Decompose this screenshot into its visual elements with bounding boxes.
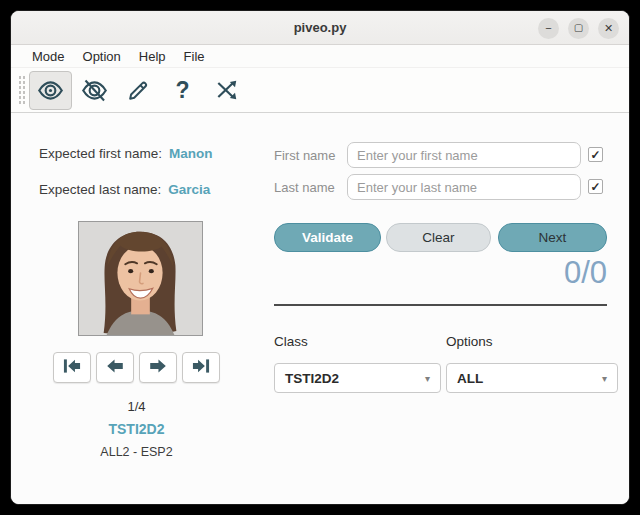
main-content: Expected first name:Manon Expected last … [11,113,629,505]
hide-mode-button[interactable] [73,71,116,110]
menu-help[interactable]: Help [130,49,175,64]
skip-first-icon [61,355,83,381]
next-button[interactable]: Next [498,223,607,252]
eye-off-icon [81,77,108,104]
section-divider [274,304,607,306]
last-photo-button[interactable] [182,352,220,383]
titlebar[interactable]: piveo.py − ▢ ✕ [11,11,629,45]
first-name-checkbox[interactable]: ✓ [588,147,603,162]
next-button-label: Next [539,230,567,245]
first-photo-button[interactable] [53,352,91,383]
last-name-input[interactable] [347,174,581,200]
expected-last-name-label: Expected last name: [39,182,161,197]
score-counter: 0/0 [411,255,607,291]
menu-file[interactable]: File [175,49,214,64]
window-title: piveo.py [294,20,347,35]
portrait-illustration [79,222,202,335]
menu-option[interactable]: Option [74,49,130,64]
shuffle-icon [214,77,240,103]
skip-last-icon [190,355,212,381]
current-group-name: ALL2 - ESP2 [53,445,220,459]
arrow-left-icon [104,355,126,381]
menubar: Mode Option Help File [11,45,629,68]
clear-button[interactable]: Clear [386,223,491,252]
arrow-right-icon [147,355,169,381]
expected-last-name-row: Expected last name:Garcia [39,182,210,197]
maximize-icon: ▢ [574,23,583,33]
photo-counter: 1/4 [53,399,220,414]
minimize-button[interactable]: − [538,18,559,39]
close-icon: ✕ [604,23,613,34]
last-name-label: Last name [274,180,335,195]
class-select-label: Class [274,334,308,349]
close-button[interactable]: ✕ [598,18,619,39]
chevron-down-icon: ▾ [425,373,430,384]
toolbar: ? [11,68,629,113]
expected-first-name-label: Expected first name: [39,146,162,161]
expected-first-name-row: Expected first name:Manon [39,146,213,161]
menu-mode[interactable]: Mode [23,49,74,64]
edit-mode-button[interactable] [117,71,160,110]
clear-button-label: Clear [422,230,454,245]
window-controls: − ▢ ✕ [538,18,619,39]
check-icon: ✓ [590,181,600,193]
maximize-button[interactable]: ▢ [568,18,589,39]
expected-first-name-value: Manon [169,146,213,161]
show-mode-button[interactable] [29,71,72,110]
validate-button-label: Validate [302,230,353,245]
minimize-icon: − [545,23,551,34]
app-window: piveo.py − ▢ ✕ Mode Option Help File [10,10,630,505]
question-mark-icon: ? [175,79,189,102]
validate-button[interactable]: Validate [274,223,381,252]
class-dropdown[interactable]: TSTI2D2 ▾ [274,363,441,393]
screenshot-stage: piveo.py − ▢ ✕ Mode Option Help File [0,0,640,515]
options-select-label: Options [446,334,493,349]
shuffle-button[interactable] [205,71,248,110]
photo-navigation [53,352,220,383]
eye-icon [37,77,64,104]
options-dropdown-value: ALL [457,371,483,386]
pencil-icon [126,78,151,103]
student-photo [78,221,203,336]
class-dropdown-value: TSTI2D2 [285,371,339,386]
options-dropdown[interactable]: ALL ▾ [446,363,618,393]
first-name-input[interactable] [347,142,581,168]
previous-photo-button[interactable] [96,352,134,383]
chevron-down-icon: ▾ [602,373,607,384]
toolbar-grip-handle[interactable] [18,74,25,106]
next-photo-button[interactable] [139,352,177,383]
expected-last-name-value: Garcia [168,182,210,197]
current-class-name: TSTI2D2 [53,421,220,437]
check-icon: ✓ [590,149,600,161]
last-name-checkbox[interactable]: ✓ [588,179,603,194]
first-name-label: First name [274,148,335,163]
help-button[interactable]: ? [161,71,204,110]
